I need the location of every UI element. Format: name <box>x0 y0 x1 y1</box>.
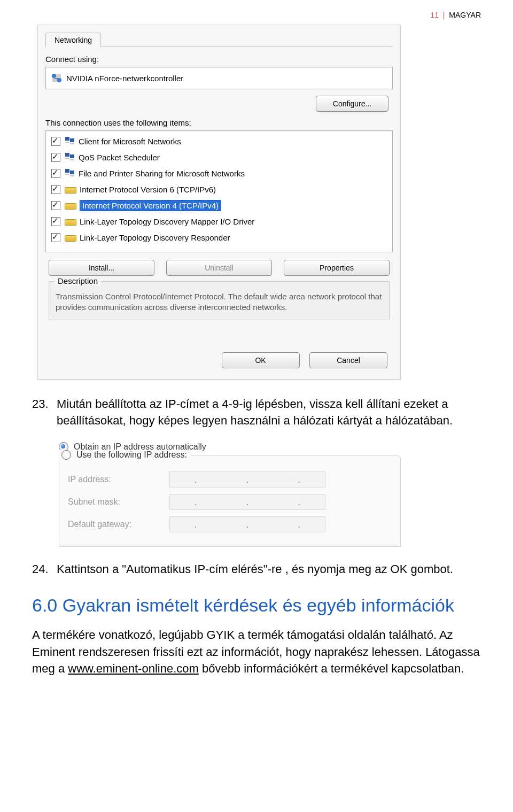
adapter-box: NVIDIA nForce-netwerkcontroller <box>45 67 393 89</box>
list-item-label: Link-Layer Topology Discovery Mapper I/O… <box>80 217 254 226</box>
list-item[interactable]: Client for Microsoft Networks <box>46 133 392 149</box>
configure-button[interactable]: Configure... <box>316 96 388 112</box>
checkbox-icon[interactable] <box>51 201 60 210</box>
list-item-label: Link-Layer Topology Discovery Responder <box>80 233 230 242</box>
tab-networking[interactable]: Networking <box>45 33 101 48</box>
ip-address-field: ... <box>169 471 325 488</box>
description-label: Description <box>55 276 101 285</box>
adapter-icon <box>51 73 62 83</box>
uses-items-label: This connection uses the following items… <box>45 118 393 127</box>
list-item[interactable]: QoS Packet Scheduler <box>46 149 392 165</box>
ip-settings-pane: Obtain an IP address automatically Use t… <box>59 442 401 547</box>
section-heading: 6.0 Gyakran ismételt kérdések és egyéb i… <box>32 594 481 617</box>
description-groupbox: Description Transmission Control Protoco… <box>49 281 390 320</box>
client-icon <box>65 136 75 146</box>
step-text: Miután beállította az IP-címet a 4-9-ig … <box>57 396 481 430</box>
page-header: 11 | MAGYAR <box>32 11 481 19</box>
list-item[interactable]: Link-Layer Topology Discovery Mapper I/O… <box>46 213 392 229</box>
list-item[interactable]: File and Printer Sharing for Microsoft N… <box>46 165 392 181</box>
fileprint-icon <box>65 168 75 178</box>
networking-dialog: Networking Connect using: NVIDIA nForce-… <box>37 25 401 380</box>
protocol-icon <box>65 203 76 210</box>
body-text-post: bővebb információkért a termékével kapcs… <box>199 662 464 675</box>
eminent-link[interactable]: www.eminent-online.com <box>68 662 199 675</box>
qos-icon <box>65 152 75 162</box>
list-item-label: Client for Microsoft Networks <box>79 137 181 146</box>
ok-button[interactable]: OK <box>222 352 300 368</box>
description-text: Transmission Control Protocol/Internet P… <box>56 291 383 313</box>
protocol-icon <box>65 219 76 226</box>
protocol-icon <box>65 235 76 242</box>
uninstall-button: Uninstall <box>166 260 272 276</box>
doc-step-24: 24. Kattintson a "Automatikus IP-cím elé… <box>32 561 481 578</box>
list-item-label: Internet Protocol Version 4 (TCP/IPv4) <box>80 200 221 211</box>
connection-items-list[interactable]: Client for Microsoft Networks QoS Packet… <box>45 130 393 252</box>
properties-button[interactable]: Properties <box>284 260 390 276</box>
radio-off-icon[interactable] <box>61 450 71 460</box>
subnet-mask-field: ... <box>169 494 325 510</box>
default-gateway-label: Default gateway: <box>68 520 169 529</box>
cancel-button[interactable]: Cancel <box>309 352 387 368</box>
list-item-label: QoS Packet Scheduler <box>79 153 160 162</box>
radio-manual-label: Use the following IP address: <box>76 450 187 460</box>
checkbox-icon[interactable] <box>51 217 60 226</box>
checkbox-icon[interactable] <box>51 169 60 178</box>
connect-using-label: Connect using: <box>45 55 393 64</box>
list-item-label: File and Printer Sharing for Microsoft N… <box>79 169 245 178</box>
ip-address-label: IP address: <box>68 475 169 484</box>
page-number: 11 <box>430 11 439 19</box>
step-number: 24. <box>32 561 57 578</box>
dialog-tabstrip: Networking <box>45 30 393 47</box>
checkbox-icon[interactable] <box>51 233 60 242</box>
radio-manual-ip[interactable]: Use the following IP address: <box>59 450 191 460</box>
adapter-name: NVIDIA nForce-netwerkcontroller <box>66 74 183 83</box>
list-item[interactable]: Internet Protocol Version 6 (TCP/IPv6) <box>46 181 392 197</box>
list-item[interactable]: Link-Layer Topology Discovery Responder <box>46 229 392 245</box>
doc-step-23: 23. Miután beállította az IP-címet a 4-9… <box>32 396 481 430</box>
step-text: Kattintson a "Automatikus IP-cím elérés"… <box>57 561 481 578</box>
step-number: 23. <box>32 396 57 430</box>
page-lang: MAGYAR <box>449 11 481 19</box>
subnet-mask-label: Subnet mask: <box>68 497 169 507</box>
checkbox-icon[interactable] <box>51 153 60 162</box>
protocol-icon <box>65 187 76 194</box>
list-item-label: Internet Protocol Version 6 (TCP/IPv6) <box>80 185 216 194</box>
checkbox-icon[interactable] <box>51 185 60 194</box>
default-gateway-field: ... <box>169 516 325 532</box>
install-button[interactable]: Install... <box>49 260 154 276</box>
checkbox-icon[interactable] <box>51 137 60 146</box>
section-body: A termékére vonatkozó, legújabb GYIK a t… <box>32 627 481 678</box>
list-item-selected[interactable]: Internet Protocol Version 4 (TCP/IPv4) <box>46 197 392 213</box>
manual-ip-frame: Use the following IP address: IP address… <box>59 455 401 547</box>
